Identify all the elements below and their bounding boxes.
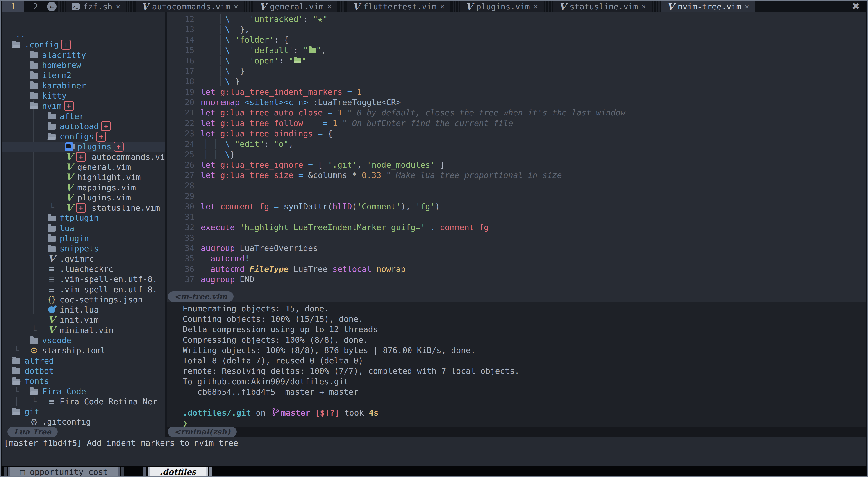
tree-item-mappings-vim[interactable]: Vmappings.vim bbox=[2, 182, 165, 192]
tree-item-nvim[interactable]: nvim+ bbox=[2, 101, 165, 111]
tree-item-label: alfred bbox=[25, 356, 54, 365]
tree-item-karabiner[interactable]: karabiner bbox=[2, 80, 165, 91]
tree-item-autocommands-vim[interactable]: V+autocommands.vim bbox=[2, 152, 165, 162]
tree-item--[interactable]: .. bbox=[2, 30, 165, 40]
tree-item-label: .vim-spell-en.utf-8. bbox=[60, 285, 157, 294]
tmux-window-1[interactable]: 1 bbox=[2, 1, 24, 12]
tab-statusline-vim[interactable]: Vstatusline.vim× bbox=[553, 1, 652, 12]
tree-item-label: coc-settings.json bbox=[60, 295, 143, 304]
code-line: 32execute 'highlight LuaTreeIndentMarker… bbox=[167, 222, 866, 232]
tree-item-label: vscode bbox=[42, 336, 71, 345]
tree-item-label: kitty bbox=[42, 91, 66, 100]
tree-item-configs[interactable]: configs+ bbox=[2, 131, 165, 141]
tab-separator bbox=[245, 1, 252, 12]
tree-item--gitconfig[interactable]: ⚙.gitconfig bbox=[2, 417, 165, 427]
tree-item-init-vim[interactable]: Vinit.vim bbox=[2, 315, 165, 325]
tree-item--vim-spell-en-utf-8-[interactable]: ≡.vim-spell-en.utf-8. bbox=[2, 274, 165, 284]
pane-divider[interactable] bbox=[165, 12, 167, 427]
line-number: 34 bbox=[167, 243, 201, 253]
tree-item-vscode[interactable]: vscode bbox=[2, 335, 165, 345]
terminal-line: .dotfiles/.git on master [$!?] took 4s bbox=[167, 407, 866, 418]
tree-item-label: .gvimrc bbox=[60, 254, 94, 264]
tree-item--luacheckrc[interactable]: ≡.luacheckrc bbox=[2, 264, 165, 274]
terminal-pane[interactable]: Enumerating objects: 15, done.Counting o… bbox=[167, 302, 866, 427]
list-file-icon: ≡ bbox=[47, 285, 56, 294]
tab-fzf-sh[interactable]: >_fzf.sh× bbox=[66, 1, 126, 12]
editor-pane[interactable]: 12 ▏\ 'untracked': "★"13 ▏\ },14 ▏\ 'fol… bbox=[167, 12, 866, 304]
tab-close-icon[interactable]: × bbox=[327, 2, 332, 11]
tree-item-snippets[interactable]: snippets bbox=[2, 243, 165, 253]
tab-close-icon[interactable]: × bbox=[440, 2, 444, 11]
tree-indent bbox=[2, 162, 65, 172]
tab-general-vim[interactable]: Vgeneral.vim× bbox=[253, 1, 337, 12]
line-number: 15 bbox=[167, 46, 201, 55]
tab-nvim-tree-vim[interactable]: Vnvim-tree.vim× bbox=[661, 1, 755, 12]
line-number: 33 bbox=[167, 233, 201, 242]
code-line: 37augroup END bbox=[167, 274, 866, 284]
tree-item-init-lua[interactable]: init.lua bbox=[2, 305, 165, 315]
code-line: 15 ▏\ 'default': "", bbox=[167, 45, 866, 55]
tree-indent bbox=[2, 315, 47, 325]
tree-indent bbox=[2, 233, 47, 243]
tree-item-plugin[interactable]: plugin bbox=[2, 233, 165, 243]
line-number: 29 bbox=[167, 192, 201, 201]
close-all-icon[interactable]: ✖ bbox=[852, 1, 860, 11]
tab-close-icon[interactable]: × bbox=[745, 2, 749, 11]
tree-item-autoload[interactable]: autoload+ bbox=[2, 121, 165, 131]
tree-item-fonts[interactable]: fonts bbox=[2, 376, 165, 386]
tmux-window-2[interactable]: 2 bbox=[30, 1, 41, 12]
tree-item-ftplugin[interactable]: ftplugin bbox=[2, 213, 165, 223]
tree-item-highlight-vim[interactable]: Vhighlight.vim bbox=[2, 172, 165, 182]
tmux-session--dotfiles[interactable]: .dotfiles bbox=[144, 467, 212, 477]
tree-indent bbox=[2, 284, 47, 294]
line-number: 23 bbox=[167, 129, 201, 138]
tree-item-after[interactable]: after bbox=[2, 111, 165, 121]
tab-close-icon[interactable]: × bbox=[533, 2, 538, 11]
folder-open-icon bbox=[12, 41, 21, 48]
code-line: 14 ▏\ 'folder': { bbox=[167, 35, 866, 45]
tree-item-alacritty[interactable]: alacritty bbox=[2, 50, 165, 60]
tree-item-plugins-vim[interactable]: Vplugins.vim bbox=[2, 193, 165, 203]
tree-item-starship-toml[interactable]: └⚙starship.toml bbox=[2, 345, 165, 355]
tab-separator bbox=[339, 1, 345, 12]
folder-icon bbox=[47, 235, 56, 242]
tmux-session--opportunity_cost[interactable]: □ opportunity_cost bbox=[4, 467, 124, 477]
tree-item-lua[interactable]: lua bbox=[2, 223, 165, 233]
tab-autocommands-vim[interactable]: Vautocommands.vim× bbox=[135, 1, 244, 12]
tree-item-coc-settings-json[interactable]: {}coc-settings.json bbox=[2, 295, 165, 305]
tree-item-general-vim[interactable]: Vgeneral.vim bbox=[2, 162, 165, 172]
tree-item-homebrew[interactable]: homebrew bbox=[2, 60, 165, 70]
vim-icon: V bbox=[667, 1, 674, 12]
tree-indent bbox=[2, 254, 47, 264]
tab-label: statusline.vim bbox=[569, 2, 638, 11]
back-circle-icon[interactable]: ← bbox=[47, 2, 57, 11]
tab-label: plugins.vim bbox=[476, 2, 530, 11]
tree-item-dotbot[interactable]: dotbot bbox=[2, 366, 165, 376]
tab-close-icon[interactable]: × bbox=[642, 2, 646, 11]
tree-item-git[interactable]: git bbox=[2, 407, 165, 417]
folder-icon bbox=[30, 92, 38, 99]
tree-indent bbox=[2, 91, 30, 101]
tab-fluttertest-vim[interactable]: Vfluttertest.vim× bbox=[347, 1, 450, 12]
tab-close-icon[interactable]: × bbox=[234, 2, 238, 11]
tree-item-plugins[interactable]: plugins+ bbox=[2, 141, 165, 151]
code-line: 23let g:lua_tree_bindings = { bbox=[167, 128, 866, 139]
code-text: augroup END bbox=[201, 275, 254, 284]
tree-indent bbox=[2, 121, 47, 131]
gear-icon: ⚙ bbox=[30, 346, 38, 355]
tree-item-minimal-vim[interactable]: └Vminimal.vim bbox=[2, 325, 165, 335]
tree-item--gvimrc[interactable]: V.gvimrc bbox=[2, 254, 165, 264]
tree-item-kitty[interactable]: kitty bbox=[2, 91, 165, 101]
tree-item-iterm2[interactable]: iterm2 bbox=[2, 70, 165, 80]
tree-item-alfred[interactable]: alfred bbox=[2, 356, 165, 366]
folder-icon bbox=[30, 62, 38, 69]
tree-item--config[interactable]: .config+ bbox=[2, 40, 165, 50]
tree-item-Fira-Code[interactable]: └Fira Code bbox=[2, 386, 165, 396]
tree-item-statusline-vim[interactable]: └V+statusline.vim bbox=[2, 203, 165, 213]
tab-plugins-vim[interactable]: Vplugins.vim× bbox=[460, 1, 544, 12]
code-line: 24 ▏ ▏ \ "edit": "o", bbox=[167, 139, 866, 149]
tree-item-Fira-Code-Retina-Ner[interactable]: │└≡Fira Code Retina Ner bbox=[2, 397, 165, 407]
tree-item-label: plugins.vim bbox=[77, 193, 131, 202]
tab-close-icon[interactable]: × bbox=[116, 2, 120, 11]
tree-item--vim-spell-en-utf-8-[interactable]: ≡.vim-spell-en.utf-8. bbox=[2, 284, 165, 294]
